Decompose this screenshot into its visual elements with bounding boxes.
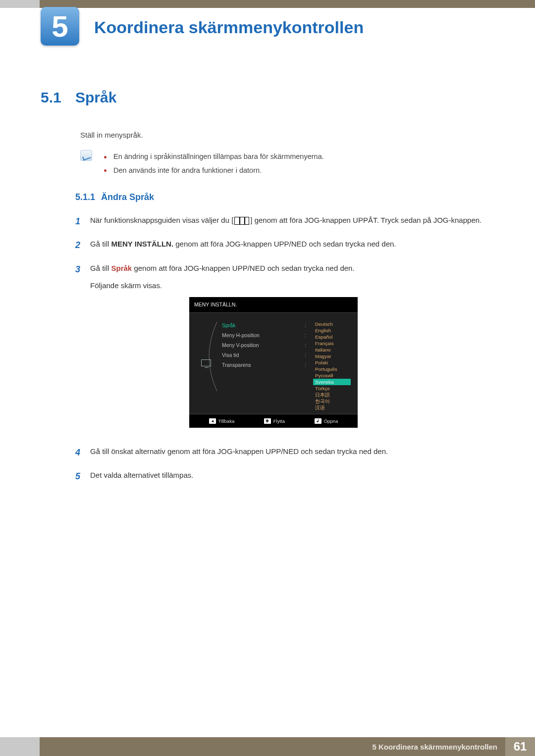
step-text: genom att föra JOG-knappen UPP/NED och s… <box>132 264 354 272</box>
step-body: Gå till önskat alternativ genom att föra… <box>90 445 490 460</box>
footer: 5 Koordinera skärmmenykontrollen 61 <box>0 737 535 756</box>
subsection-heading: 5.1.1Ändra Språk <box>75 192 490 202</box>
step-3: 3 Gå till Språk genom att föra JOG-knapp… <box>75 261 490 437</box>
subsection-number: 5.1.1 <box>75 192 95 202</box>
step-bold-text: MENY INSTÄLLN. <box>111 240 174 248</box>
page-number: 61 <box>505 737 535 756</box>
osd-menu-list: Språk:Meny H-position:Meny V-position:Vi… <box>222 321 309 411</box>
chapter-number-badge: 5 <box>41 7 79 46</box>
note-block: En ändring i språkinställningen tillämpa… <box>80 150 490 177</box>
osd-language-list: DeutschEnglishEspañolFrançaisItalianoMag… <box>313 321 351 411</box>
monitor-icon <box>201 359 211 366</box>
section-title: Språk <box>75 89 116 105</box>
osd-language-item: Polski <box>313 359 351 366</box>
osd-menu-label: Meny V-position <box>222 341 259 350</box>
step-text: Gå till <box>90 264 111 272</box>
header-stripe-left <box>0 0 40 8</box>
osd-menu-colon: : <box>305 360 306 370</box>
osd-title: MENY INSTÄLLN. <box>189 297 358 313</box>
osd-footer-open: ↲Öppna <box>315 417 338 425</box>
move-key-icon: ✚ <box>264 418 271 424</box>
osd-menu-label: Transparens <box>222 360 251 370</box>
osd-menu-label: Meny H-position <box>222 331 260 340</box>
step-body: Det valda alternativet tillämpas. <box>90 468 490 484</box>
osd-language-item: Magyar <box>313 353 351 359</box>
osd-screenshot: MENY INSTÄLLN. Språk:Meny H-position:Men… <box>189 297 358 428</box>
page-content: 5.1Språk Ställ in menyspråk. En ändring … <box>41 89 490 493</box>
osd-language-item: Français <box>313 340 351 347</box>
subsection-title: Ändra Språk <box>101 192 154 202</box>
step-number: 2 <box>75 237 90 253</box>
note-list: En ändring i språkinställningen tillämpa… <box>104 150 324 177</box>
osd-menu-label: Visa tid <box>222 351 239 360</box>
step-text: Följande skärm visas. <box>90 279 490 292</box>
osd-language-item: Deutsch <box>313 321 351 327</box>
section-heading: 5.1Språk <box>41 89 490 106</box>
osd-menu-colon: : <box>305 341 306 350</box>
osd-menu-item: Visa tid: <box>222 351 309 360</box>
osd-menu-colon: : <box>305 321 306 330</box>
osd-language-item: Svenska <box>313 379 351 385</box>
osd-menu-item: Meny H-position: <box>222 331 309 341</box>
osd-language-item: 汉语 <box>313 404 351 411</box>
note-text: En ändring i språkinställningen tillämpa… <box>113 152 324 160</box>
step-body: Gå till MENY INSTÄLLN. genom att föra JO… <box>90 237 490 253</box>
step-4: 4 Gå till önskat alternativ genom att fö… <box>75 445 490 460</box>
header-stripe <box>0 0 535 8</box>
osd-footer-back: ◂Tillbaka <box>209 417 234 425</box>
section-number: 5.1 <box>41 89 75 106</box>
chapter-title: Koordinera skärmmenykontrollen <box>94 18 364 37</box>
osd-footer-label: Öppna <box>324 417 338 425</box>
step-number: 4 <box>75 445 90 460</box>
osd-language-item: Türkçe <box>313 385 351 392</box>
osd-language-item: 日本語 <box>313 392 351 398</box>
menu-icon <box>234 217 249 225</box>
osd-body: Språk:Meny H-position:Meny V-position:Vi… <box>189 313 358 414</box>
step-5: 5 Det valda alternativet tillämpas. <box>75 468 490 484</box>
osd-language-item: Português <box>313 366 351 372</box>
back-key-icon: ◂ <box>209 418 216 424</box>
osd-language-item: 한국어 <box>313 398 351 404</box>
osd-footer-label: Tillbaka <box>218 417 234 425</box>
section-intro: Ställ in menyspråk. <box>80 131 490 139</box>
osd-menu-item: Språk: <box>222 321 309 331</box>
step-number: 3 <box>75 261 90 437</box>
osd-menu-label: Språk <box>222 321 235 330</box>
step-text: När funktionsknappsguiden visas väljer d… <box>90 216 233 224</box>
osd-curve-decoration <box>199 321 222 411</box>
step-text: genom att föra JOG-knappen UPP/NED och s… <box>173 240 396 248</box>
osd-language-item: Español <box>313 334 351 340</box>
enter-key-icon: ↲ <box>315 418 321 424</box>
note-text: Den används inte för andra funktioner i … <box>113 166 262 174</box>
osd-menu-colon: : <box>305 331 306 340</box>
step-body: När funktionsknappsguiden visas väljer d… <box>90 213 490 229</box>
footer-stripe-left <box>0 737 40 756</box>
note-item: En ändring i språkinställningen tillämpa… <box>104 150 324 164</box>
step-number: 5 <box>75 468 90 484</box>
osd-menu-colon: : <box>305 351 306 360</box>
step-1: 1 När funktionsknappsguiden visas väljer… <box>75 213 490 229</box>
note-item: Den används inte för andra funktioner i … <box>104 164 324 178</box>
osd-language-item: Italiano <box>313 347 351 353</box>
osd-footer-label: Flytta <box>273 417 285 425</box>
step-number: 1 <box>75 213 90 229</box>
bullet-dot-icon <box>104 169 107 172</box>
osd-menu-item: Meny V-position: <box>222 341 309 351</box>
step-body: Gå till Språk genom att föra JOG-knappen… <box>90 261 490 437</box>
osd-footer: ◂Tillbaka ✚Flytta ↲Öppna <box>189 414 358 428</box>
footer-chapter-label: 5 Koordinera skärmmenykontrollen <box>40 737 505 756</box>
step-text: Gå till <box>90 240 111 248</box>
note-icon <box>80 150 92 161</box>
osd-menu-item: Transparens: <box>222 360 309 370</box>
bullet-dot-icon <box>104 156 107 158</box>
step-text: ] genom att föra JOG-knappen UPPÅT. Tryc… <box>250 216 482 224</box>
steps-list: 1 När funktionsknappsguiden visas väljer… <box>75 213 490 485</box>
osd-language-item: Русский <box>313 372 351 379</box>
osd-footer-move: ✚Flytta <box>264 417 285 425</box>
step-highlight-text: Språk <box>111 264 132 272</box>
step-2: 2 Gå till MENY INSTÄLLN. genom att föra … <box>75 237 490 253</box>
osd-language-item: English <box>313 327 351 334</box>
